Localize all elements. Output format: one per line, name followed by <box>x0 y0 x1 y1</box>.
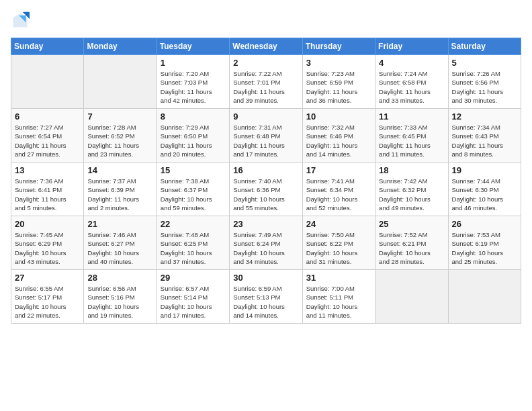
table-row: 22Sunrise: 7:48 AM Sunset: 6:25 PM Dayli… <box>157 216 229 270</box>
day-number: 10 <box>306 111 371 122</box>
day-info: Sunrise: 7:27 AM Sunset: 6:54 PM Dayligh… <box>15 123 80 158</box>
day-info: Sunrise: 7:48 AM Sunset: 6:25 PM Dayligh… <box>161 230 226 266</box>
day-info: Sunrise: 7:52 AM Sunset: 6:21 PM Dayligh… <box>379 230 444 266</box>
day-info: Sunrise: 7:20 AM Sunset: 7:03 PM Dayligh… <box>161 69 226 105</box>
day-info: Sunrise: 7:28 AM Sunset: 6:52 PM Dayligh… <box>87 123 152 158</box>
table-row: 11Sunrise: 7:33 AM Sunset: 6:45 PM Dayli… <box>375 109 448 163</box>
day-info: Sunrise: 7:24 AM Sunset: 6:58 PM Dayligh… <box>379 69 444 105</box>
table-row: 16Sunrise: 7:40 AM Sunset: 6:36 PM Dayli… <box>230 163 302 216</box>
table-row <box>11 55 84 109</box>
table-row: 23Sunrise: 7:49 AM Sunset: 6:24 PM Dayli… <box>230 216 302 270</box>
day-number: 20 <box>15 219 80 229</box>
table-row: 15Sunrise: 7:38 AM Sunset: 6:37 PM Dayli… <box>157 163 229 216</box>
day-info: Sunrise: 7:53 AM Sunset: 6:19 PM Dayligh… <box>452 230 517 266</box>
day-number: 25 <box>379 219 444 229</box>
day-number: 7 <box>87 111 152 122</box>
day-number: 15 <box>161 165 226 175</box>
calendar-header: SundayMondayTuesdayWednesdayThursdayFrid… <box>11 38 521 55</box>
table-row: 4Sunrise: 7:24 AM Sunset: 6:58 PM Daylig… <box>375 55 448 109</box>
day-number: 13 <box>15 165 80 175</box>
header-friday: Friday <box>375 38 448 55</box>
day-number: 9 <box>233 111 298 122</box>
table-row: 30Sunrise: 6:59 AM Sunset: 5:13 PM Dayli… <box>230 270 302 324</box>
day-number: 19 <box>452 165 517 175</box>
week-row-2: 6Sunrise: 7:27 AM Sunset: 6:54 PM Daylig… <box>11 109 521 163</box>
day-number: 2 <box>233 58 298 68</box>
day-info: Sunrise: 7:33 AM Sunset: 6:45 PM Dayligh… <box>379 123 444 158</box>
day-number: 21 <box>87 219 152 229</box>
table-row: 9Sunrise: 7:31 AM Sunset: 6:48 PM Daylig… <box>230 109 302 163</box>
day-number: 23 <box>233 219 298 229</box>
header-thursday: Thursday <box>302 38 375 55</box>
day-info: Sunrise: 7:45 AM Sunset: 6:29 PM Dayligh… <box>15 230 80 266</box>
table-row: 28Sunrise: 6:56 AM Sunset: 5:16 PM Dayli… <box>84 270 157 324</box>
day-number: 4 <box>379 58 444 68</box>
day-number: 30 <box>233 273 298 283</box>
day-number: 29 <box>161 273 226 283</box>
day-info: Sunrise: 7:36 AM Sunset: 6:41 PM Dayligh… <box>15 177 80 212</box>
week-row-4: 20Sunrise: 7:45 AM Sunset: 6:29 PM Dayli… <box>11 216 521 270</box>
day-info: Sunrise: 7:31 AM Sunset: 6:48 PM Dayligh… <box>233 123 298 158</box>
table-row: 19Sunrise: 7:44 AM Sunset: 6:30 PM Dayli… <box>448 163 521 216</box>
day-number: 1 <box>161 58 226 68</box>
header-sunday: Sunday <box>11 38 84 55</box>
day-number: 24 <box>306 219 371 229</box>
table-row: 5Sunrise: 7:26 AM Sunset: 6:56 PM Daylig… <box>448 55 521 109</box>
header-saturday: Saturday <box>448 38 521 55</box>
day-number: 5 <box>452 58 517 68</box>
day-number: 27 <box>15 273 80 283</box>
day-info: Sunrise: 7:49 AM Sunset: 6:24 PM Dayligh… <box>233 230 298 266</box>
table-row: 17Sunrise: 7:41 AM Sunset: 6:34 PM Dayli… <box>302 163 375 216</box>
header-tuesday: Tuesday <box>157 38 229 55</box>
day-info: Sunrise: 7:23 AM Sunset: 6:59 PM Dayligh… <box>306 69 371 105</box>
day-number: 8 <box>161 111 226 122</box>
table-row: 10Sunrise: 7:32 AM Sunset: 6:46 PM Dayli… <box>302 109 375 163</box>
day-info: Sunrise: 7:29 AM Sunset: 6:50 PM Dayligh… <box>161 123 226 158</box>
day-info: Sunrise: 6:55 AM Sunset: 5:17 PM Dayligh… <box>15 284 80 320</box>
table-row: 2Sunrise: 7:22 AM Sunset: 7:01 PM Daylig… <box>230 55 302 109</box>
day-number: 12 <box>452 111 517 122</box>
table-row: 20Sunrise: 7:45 AM Sunset: 6:29 PM Dayli… <box>11 216 84 270</box>
day-info: Sunrise: 7:44 AM Sunset: 6:30 PM Dayligh… <box>452 177 517 212</box>
day-number: 18 <box>379 165 444 175</box>
table-row: 31Sunrise: 7:00 AM Sunset: 5:11 PM Dayli… <box>302 270 375 324</box>
week-row-3: 13Sunrise: 7:36 AM Sunset: 6:41 PM Dayli… <box>11 163 521 216</box>
day-info: Sunrise: 7:22 AM Sunset: 7:01 PM Dayligh… <box>233 69 298 105</box>
day-info: Sunrise: 7:40 AM Sunset: 6:36 PM Dayligh… <box>233 177 298 212</box>
table-row: 25Sunrise: 7:52 AM Sunset: 6:21 PM Dayli… <box>375 216 448 270</box>
day-info: Sunrise: 7:42 AM Sunset: 6:32 PM Dayligh… <box>379 177 444 212</box>
table-row <box>84 55 157 109</box>
table-row <box>375 270 448 324</box>
day-info: Sunrise: 6:59 AM Sunset: 5:13 PM Dayligh… <box>233 284 298 320</box>
calendar-table: SundayMondayTuesdayWednesdayThursdayFrid… <box>11 38 521 324</box>
day-info: Sunrise: 7:26 AM Sunset: 6:56 PM Dayligh… <box>452 69 517 105</box>
table-row: 24Sunrise: 7:50 AM Sunset: 6:22 PM Dayli… <box>302 216 375 270</box>
day-info: Sunrise: 6:57 AM Sunset: 5:14 PM Dayligh… <box>161 284 226 320</box>
day-number: 22 <box>161 219 226 229</box>
table-row: 8Sunrise: 7:29 AM Sunset: 6:50 PM Daylig… <box>157 109 229 163</box>
table-row: 26Sunrise: 7:53 AM Sunset: 6:19 PM Dayli… <box>448 216 521 270</box>
table-row: 18Sunrise: 7:42 AM Sunset: 6:32 PM Dayli… <box>375 163 448 216</box>
day-number: 17 <box>306 165 371 175</box>
table-row <box>448 270 521 324</box>
page-header <box>11 11 521 30</box>
table-row: 29Sunrise: 6:57 AM Sunset: 5:14 PM Dayli… <box>157 270 229 324</box>
day-number: 14 <box>87 165 152 175</box>
week-row-5: 27Sunrise: 6:55 AM Sunset: 5:17 PM Dayli… <box>11 270 521 324</box>
day-info: Sunrise: 7:50 AM Sunset: 6:22 PM Dayligh… <box>306 230 371 266</box>
day-info: Sunrise: 7:46 AM Sunset: 6:27 PM Dayligh… <box>87 230 152 266</box>
table-row: 14Sunrise: 7:37 AM Sunset: 6:39 PM Dayli… <box>84 163 157 216</box>
day-number: 28 <box>87 273 152 283</box>
day-info: Sunrise: 7:41 AM Sunset: 6:34 PM Dayligh… <box>306 177 371 212</box>
logo <box>11 11 32 30</box>
table-row: 27Sunrise: 6:55 AM Sunset: 5:17 PM Dayli… <box>11 270 84 324</box>
day-info: Sunrise: 7:34 AM Sunset: 6:43 PM Dayligh… <box>452 123 517 158</box>
day-number: 31 <box>306 273 371 283</box>
week-row-1: 1Sunrise: 7:20 AM Sunset: 7:03 PM Daylig… <box>11 55 521 109</box>
table-row: 6Sunrise: 7:27 AM Sunset: 6:54 PM Daylig… <box>11 109 84 163</box>
day-number: 16 <box>233 165 298 175</box>
table-row: 7Sunrise: 7:28 AM Sunset: 6:52 PM Daylig… <box>84 109 157 163</box>
table-row: 12Sunrise: 7:34 AM Sunset: 6:43 PM Dayli… <box>448 109 521 163</box>
day-info: Sunrise: 7:32 AM Sunset: 6:46 PM Dayligh… <box>306 123 371 158</box>
table-row: 13Sunrise: 7:36 AM Sunset: 6:41 PM Dayli… <box>11 163 84 216</box>
